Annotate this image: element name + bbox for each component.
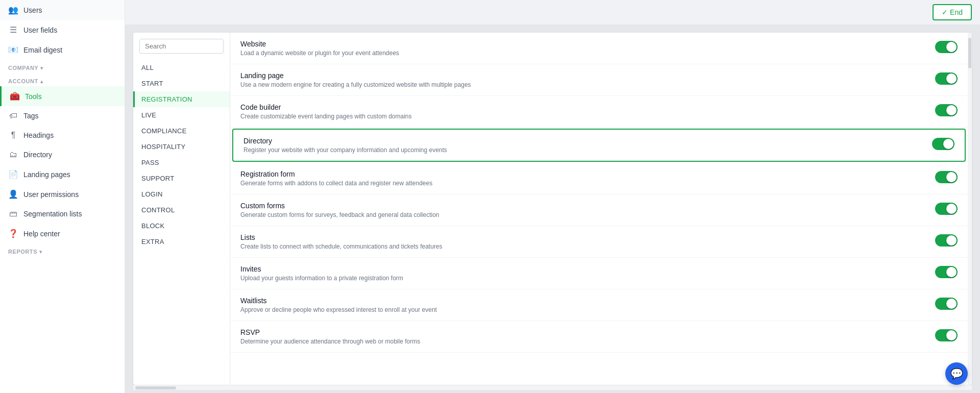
filter-hospitality[interactable]: HOSPITALITY xyxy=(133,139,230,155)
horizontal-scrollbar[interactable] xyxy=(133,385,972,390)
users-icon: 👥 xyxy=(8,5,18,15)
filter-registration[interactable]: REGISTRATION xyxy=(133,91,230,107)
feature-info-lists: Lists Create lists to connect with sched… xyxy=(240,233,927,250)
toggle-invites[interactable] xyxy=(935,266,958,278)
panel: ALL START REGISTRATION LIVE COMPLIANCE H… xyxy=(133,33,972,385)
account-section[interactable]: ACCOUNT ▴ xyxy=(0,73,125,86)
filter-all[interactable]: ALL xyxy=(133,60,230,76)
help-icon: ❓ xyxy=(8,229,18,238)
landing-pages-icon: 📄 xyxy=(8,169,18,179)
feature-name-invites: Invites xyxy=(240,265,927,273)
feature-info-waitlists: Waitlists Approve or decline people who … xyxy=(240,297,927,313)
segmentation-icon: 🗃 xyxy=(8,209,18,218)
filter-control[interactable]: CONTROL xyxy=(133,202,230,218)
feature-row-custom-forms: Custom forms Generate custom forms for s… xyxy=(230,194,968,226)
sidebar-item-directory[interactable]: 🗂 Directory xyxy=(0,145,125,164)
tags-icon: 🏷 xyxy=(8,111,18,120)
filter-block[interactable]: BLOCK xyxy=(133,218,230,234)
feature-desc-waitlists: Approve or decline people who expressed … xyxy=(240,306,927,313)
company-arrow: ▾ xyxy=(40,65,43,71)
feature-info-registration-form: Registration form Generate forms with ad… xyxy=(240,170,927,187)
feature-info-website: Website Load a dynamic website or plugin… xyxy=(240,40,927,57)
feature-desc-registration-form: Generate forms with addons to collect da… xyxy=(240,180,927,187)
sidebar: 👥 Users ☰ User fields 📧 Email digest COM… xyxy=(0,0,125,393)
toggle-code-builder[interactable] xyxy=(935,104,958,116)
sidebar-item-tools[interactable]: 🧰 Tools xyxy=(0,86,125,106)
feature-name-waitlists: Waitlists xyxy=(240,297,927,305)
feature-desc-custom-forms: Generate custom forms for surveys, feedb… xyxy=(240,211,927,218)
feature-row-website: Website Load a dynamic website or plugin… xyxy=(230,33,968,64)
feature-name-directory: Directory xyxy=(243,137,924,145)
sidebar-item-headings[interactable]: ¶ Headings xyxy=(0,126,125,145)
feature-name-code-builder: Code builder xyxy=(240,103,927,111)
directory-icon: 🗂 xyxy=(8,150,18,159)
sidebar-item-landing-pages[interactable]: 📄 Landing pages xyxy=(0,164,125,184)
account-arrow: ▴ xyxy=(40,79,43,84)
reports-section[interactable]: REPORTS ▾ xyxy=(0,243,125,257)
toggle-waitlists[interactable] xyxy=(935,298,958,310)
toggle-landing-page[interactable] xyxy=(935,72,958,85)
vertical-scrollbar[interactable] xyxy=(968,33,972,385)
scrollbar-thumb xyxy=(968,38,971,68)
headings-icon: ¶ xyxy=(8,131,18,140)
sidebar-item-segmentation-lists[interactable]: 🗃 Segmentation lists xyxy=(0,204,125,224)
filter-compliance[interactable]: COMPLIANCE xyxy=(133,123,230,139)
tools-icon: 🧰 xyxy=(10,91,20,101)
toggle-rsvp[interactable] xyxy=(935,329,958,341)
filter-live[interactable]: LIVE xyxy=(133,107,230,123)
top-bar: ✓ End xyxy=(125,0,980,24)
sidebar-item-users[interactable]: 👥 Users xyxy=(0,0,125,20)
feature-name-rsvp: RSVP xyxy=(240,328,927,336)
filter-pass[interactable]: PASS xyxy=(133,155,230,170)
toggle-directory[interactable] xyxy=(932,138,954,150)
feature-row-waitlists: Waitlists Approve or decline people who … xyxy=(230,289,968,321)
feature-info-landing-page: Landing page Use a new modern engine for… xyxy=(240,71,927,88)
feature-desc-directory: Register your website with your company … xyxy=(243,146,924,154)
feature-row-code-builder: Code builder Create customizable event l… xyxy=(230,96,968,128)
feature-info-custom-forms: Custom forms Generate custom forms for s… xyxy=(240,202,927,218)
sidebar-item-user-permissions[interactable]: 👤 User permissions xyxy=(0,184,125,204)
feature-row-landing-page: Landing page Use a new modern engine for… xyxy=(230,64,968,96)
list-icon: ☰ xyxy=(8,25,18,35)
sidebar-item-help-center[interactable]: ❓ Help center xyxy=(0,224,125,243)
features-list: Website Load a dynamic website or plugin… xyxy=(230,33,968,385)
toggle-lists[interactable] xyxy=(935,234,958,247)
filter-support[interactable]: SUPPORT xyxy=(133,170,230,186)
toggle-custom-forms[interactable] xyxy=(935,203,958,215)
sidebar-item-user-fields[interactable]: ☰ User fields xyxy=(0,20,125,40)
chat-button[interactable]: 💬 xyxy=(945,362,968,385)
feature-info-code-builder: Code builder Create customizable event l… xyxy=(240,103,927,120)
feature-desc-rsvp: Determine your audience attendance throu… xyxy=(240,338,927,345)
chat-icon: 💬 xyxy=(950,367,963,380)
filter-start[interactable]: START xyxy=(133,76,230,91)
feature-name-lists: Lists xyxy=(240,233,927,241)
reports-arrow: ▾ xyxy=(39,249,42,255)
search-input[interactable] xyxy=(139,39,224,54)
feature-row-lists: Lists Create lists to connect with sched… xyxy=(230,226,968,258)
end-button[interactable]: ✓ End xyxy=(933,4,972,20)
filter-list: ALL START REGISTRATION LIVE COMPLIANCE H… xyxy=(133,33,230,385)
toggle-registration-form[interactable] xyxy=(935,171,958,183)
panel-container: ALL START REGISTRATION LIVE COMPLIANCE H… xyxy=(125,24,980,393)
email-icon: 📧 xyxy=(8,45,18,55)
feature-row-rsvp: RSVP Determine your audience attendance … xyxy=(230,321,968,353)
feature-desc-landing-page: Use a new modern engine for creating a f… xyxy=(240,81,927,88)
filter-extra[interactable]: EXTRA xyxy=(133,234,230,250)
filter-login[interactable]: LOGIN xyxy=(133,186,230,202)
main-content: ✓ End ALL START REGISTRATION LIVE COMPLI… xyxy=(125,0,980,393)
feature-desc-website: Load a dynamic website or plugin for you… xyxy=(240,50,927,57)
feature-desc-code-builder: Create customizable event landing pages … xyxy=(240,113,927,120)
toggle-website[interactable] xyxy=(935,41,958,53)
sidebar-item-tags[interactable]: 🏷 Tags xyxy=(0,106,125,126)
feature-info-directory: Directory Register your website with you… xyxy=(243,137,924,154)
sidebar-item-email-digest[interactable]: 📧 Email digest xyxy=(0,40,125,60)
feature-row-registration-form: Registration form Generate forms with ad… xyxy=(230,163,968,194)
feature-row-directory: Directory Register your website with you… xyxy=(232,129,966,162)
feature-desc-lists: Create lists to connect with schedule, c… xyxy=(240,243,927,250)
feature-name-registration-form: Registration form xyxy=(240,170,927,178)
h-scrollbar-thumb xyxy=(135,386,176,389)
feature-row-invites: Invites Upload your guests information t… xyxy=(230,258,968,289)
user-permissions-icon: 👤 xyxy=(8,189,18,199)
feature-name-landing-page: Landing page xyxy=(240,71,927,80)
company-section[interactable]: COMPANY ▾ xyxy=(0,60,125,73)
